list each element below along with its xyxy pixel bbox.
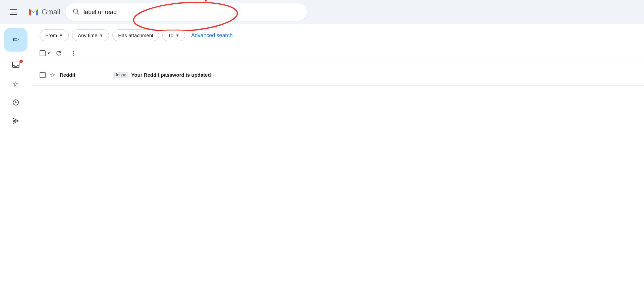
svg-point-9 [73,51,74,52]
anytime-filter-label: Any time [78,32,97,38]
search-box[interactable]: label:unread [65,3,307,21]
main-layout: ✏ ☆ [0,24,644,284]
attachment-filter-button[interactable]: Has attachment [112,29,159,41]
from-filter-label: From [45,32,57,38]
email-snippet: - [212,72,214,78]
svg-point-10 [73,53,74,54]
compose-button[interactable]: ✏ [4,28,28,52]
to-filter-button[interactable]: To ▼ [162,29,185,41]
table-row[interactable]: ☆ Reddit Inbox Your Reddit password is u… [32,64,644,86]
select-all-checkbox[interactable] [40,50,46,56]
to-filter-label: To [168,32,173,38]
clock-icon [12,98,20,108]
attachment-filter-label: Has attachment [118,32,153,38]
from-filter-button[interactable]: From ▼ [40,29,69,41]
star-button[interactable]: ☆ [50,71,56,79]
sidebar-item-snoozed[interactable] [4,94,28,112]
send-icon [12,117,20,127]
email-sender: Reddit [60,72,113,78]
sidebar-item-inbox[interactable] [4,57,28,74]
compose-icon: ✏ [13,36,19,44]
gmail-logo: Gmail [27,5,60,19]
email-subject: Your Reddit password is updated - [131,72,214,78]
refresh-icon [55,50,62,57]
email-toolbar: ▼ [32,47,644,64]
menu-button[interactable] [5,4,21,20]
sidebar-item-starred[interactable]: ☆ [4,76,28,93]
select-all-checkbox-wrap[interactable]: ▼ [40,50,51,56]
hamburger-icon [10,9,17,15]
app-header: Gmail label:unread [0,0,644,24]
svg-point-11 [73,55,74,56]
star-icon: ☆ [12,80,19,89]
inbox-badge [19,60,23,63]
more-icon [70,50,77,57]
to-chevron-icon: ▼ [175,33,179,38]
advanced-search-link[interactable]: Advanced search [191,32,233,39]
anytime-filter-button[interactable]: Any time ▼ [72,29,109,41]
inbox-icon [12,61,20,71]
email-label-badge: Inbox [113,72,128,78]
sidebar: ✏ ☆ [0,24,32,284]
filter-bar: From ▼ Any time ▼ Has attachment To ▼ Ad… [32,29,644,47]
anytime-chevron-icon: ▼ [99,33,103,38]
refresh-button[interactable] [52,47,65,60]
email-checkbox[interactable] [40,72,46,78]
svg-marker-1 [204,0,208,2]
gmail-title: Gmail [42,8,60,16]
content-area: From ▼ Any time ▼ Has attachment To ▼ Ad… [32,24,644,284]
svg-line-4 [77,13,79,14]
gmail-m-icon [27,5,40,19]
from-chevron-icon: ▼ [59,33,63,38]
search-icon [72,8,79,17]
more-options-button[interactable] [67,47,80,60]
search-input-value: label:unread [84,9,300,16]
search-container: label:unread [65,3,307,21]
sidebar-item-sent[interactable] [4,113,28,131]
select-all-chevron-icon[interactable]: ▼ [47,51,51,55]
email-subject-text: Your Reddit password is updated [131,72,211,78]
email-list: ☆ Reddit Inbox Your Reddit password is u… [32,64,644,86]
